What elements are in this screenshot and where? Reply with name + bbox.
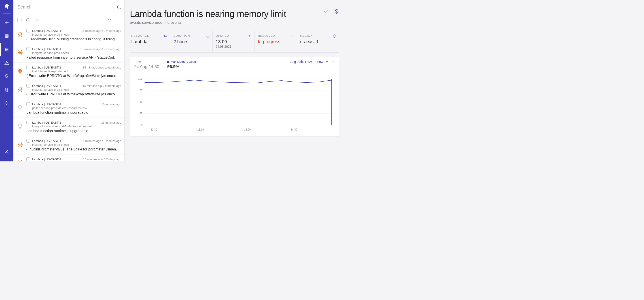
nav-resources[interactable] (0, 29, 14, 43)
event-message: { CredentialsError: Missing credentials … (26, 37, 121, 41)
event-tag: Lambda | US-EAST-1 (32, 103, 61, 106)
svg-point-21 (18, 33, 22, 36)
nav-search[interactable] (0, 97, 14, 110)
svg-point-14 (6, 150, 8, 152)
memory-chart[interactable]: 025507510012:3013:1013:5014:30 (134, 72, 334, 132)
event-time: 15 minutes ago / 2 months ago (81, 48, 121, 51)
search-input[interactable] (18, 5, 117, 10)
chevron-down-icon (331, 60, 334, 64)
svg-point-22 (20, 34, 20, 34)
event-row[interactable]: Lambda | US-EAST-116 minutes ago / 2 mon… (14, 136, 124, 154)
filter-icon[interactable] (107, 18, 112, 22)
resolve-button[interactable] (323, 9, 328, 14)
event-time: 16 minutes ago (101, 121, 121, 124)
nav-layers[interactable] (0, 83, 14, 97)
event-time: 16 minutes ago (101, 103, 121, 106)
event-time: 15 minutes ago / a month ago (83, 84, 121, 88)
event-checkbox[interactable] (26, 139, 30, 143)
event-row[interactable]: Lambda | US-EAST-115 minutes ago / 2 mon… (14, 26, 124, 44)
event-tag: Lambda | US-EAST-1 (32, 66, 61, 69)
nav-insights[interactable] (0, 70, 14, 83)
event-checkbox[interactable] (26, 47, 30, 51)
event-message: Failed response from inventory service A… (26, 56, 121, 60)
event-time: 16 minutes ago / 23 days ago (83, 158, 121, 161)
svg-point-28 (20, 71, 20, 71)
event-row[interactable]: Lambda | US-EAST-116 minutes agointegrat… (14, 118, 124, 136)
detail-title: Lambda function is nearing memory limit (130, 9, 286, 19)
select-all-checkbox[interactable] (18, 18, 22, 22)
svg-rect-40 (164, 35, 167, 36)
sort-icon[interactable] (116, 18, 120, 22)
svg-point-23 (20, 34, 21, 34)
event-row[interactable]: Lambda | US-EAST-116 minutes agopoller-s… (14, 99, 124, 118)
bulb-icon (17, 105, 23, 111)
clock-icon (206, 34, 210, 38)
svg-line-16 (120, 8, 121, 9)
meta-resolved: RESOLVED In progress (255, 31, 297, 52)
svg-rect-41 (164, 36, 167, 37)
event-checkbox[interactable] (26, 84, 30, 88)
event-tag: Lambda | US-EAST-1 (32, 139, 61, 143)
svg-point-68 (330, 79, 332, 81)
resolve-icon[interactable] (34, 18, 38, 22)
resolved-icon (290, 34, 294, 38)
event-row[interactable]: Lambda | US-EAST-115 minutes ago / a mon… (14, 81, 124, 99)
detail-pane: Lambda function is nearing memory limit … (124, 0, 346, 161)
event-tag: Lambda | US-EAST-1 (32, 158, 61, 161)
svg-point-24 (18, 51, 22, 54)
svg-text:0: 0 (141, 124, 143, 127)
svg-point-29 (20, 71, 21, 71)
event-row[interactable]: Lambda | US-EAST-115 minutes ago / 2 mon… (14, 44, 124, 63)
mute-button[interactable] (334, 9, 339, 14)
event-service: poller-service-prod-delete-resources-tas… (32, 106, 121, 110)
event-checkbox[interactable] (26, 29, 30, 33)
search-row (14, 0, 124, 14)
rail-divider (3, 14, 10, 14)
nav-events[interactable] (0, 43, 14, 56)
resource-icon (164, 34, 168, 38)
event-checkbox[interactable] (26, 157, 30, 161)
svg-point-36 (18, 161, 22, 161)
nav-alerts[interactable] (0, 56, 14, 70)
nav-account[interactable] (0, 145, 14, 158)
events-pane: Lambda | US-EAST-115 minutes ago / 2 mon… (14, 0, 124, 161)
event-service: insights-service-prod-check (32, 143, 121, 146)
svg-point-6 (5, 49, 5, 50)
chart-current-value: 96.9% (167, 64, 196, 69)
svg-text:75: 75 (140, 89, 142, 92)
svg-line-13 (8, 104, 8, 105)
event-row[interactable]: Lambda | US-EAST-115 minutes ago / a mon… (14, 63, 124, 81)
search-icon[interactable] (117, 5, 121, 10)
events-list[interactable]: Lambda | US-EAST-115 minutes ago / 2 mon… (14, 26, 124, 161)
svg-point-31 (20, 89, 20, 89)
bug-icon (17, 68, 23, 74)
svg-point-15 (118, 6, 120, 8)
event-time: 15 minutes ago / a month ago (83, 66, 121, 69)
chart-legend[interactable]: Max Memory Used (167, 60, 196, 63)
mute-icon[interactable] (26, 18, 30, 22)
event-message: { InvalidParameterValue: The value for p… (26, 147, 121, 151)
chart-time-label: Time (134, 60, 159, 63)
event-message: Lambda function runtime is upgradable (26, 129, 121, 133)
svg-text:12:30: 12:30 (151, 128, 157, 131)
nav-activity[interactable] (0, 16, 14, 29)
svg-text:25: 25 (140, 112, 142, 115)
event-row[interactable]: Lambda | US-EAST-116 minutes ago / 23 da… (14, 154, 124, 161)
chart-card: Time 24 Aug 14:50 Max Memory Used 96.9% … (130, 57, 339, 137)
svg-point-26 (20, 52, 21, 53)
event-service: insights-service-prod-check (32, 33, 121, 36)
svg-point-33 (18, 143, 22, 146)
event-checkbox[interactable] (26, 121, 30, 124)
time-range-picker[interactable]: Aug 24th, 12:24 → now (290, 60, 334, 64)
event-tag: Lambda | US-EAST-1 (32, 48, 61, 51)
svg-rect-50 (326, 61, 328, 63)
svg-point-11 (6, 64, 7, 64)
meta-resource: RESOURCE Lambda (130, 31, 170, 52)
bug-icon (17, 31, 23, 37)
event-tag: Lambda | US-EAST-1 (32, 84, 61, 88)
bug-icon (17, 160, 23, 161)
event-checkbox[interactable] (26, 66, 30, 69)
event-checkbox[interactable] (26, 102, 30, 106)
list-toolbar (14, 14, 124, 26)
app-logo (4, 3, 10, 10)
